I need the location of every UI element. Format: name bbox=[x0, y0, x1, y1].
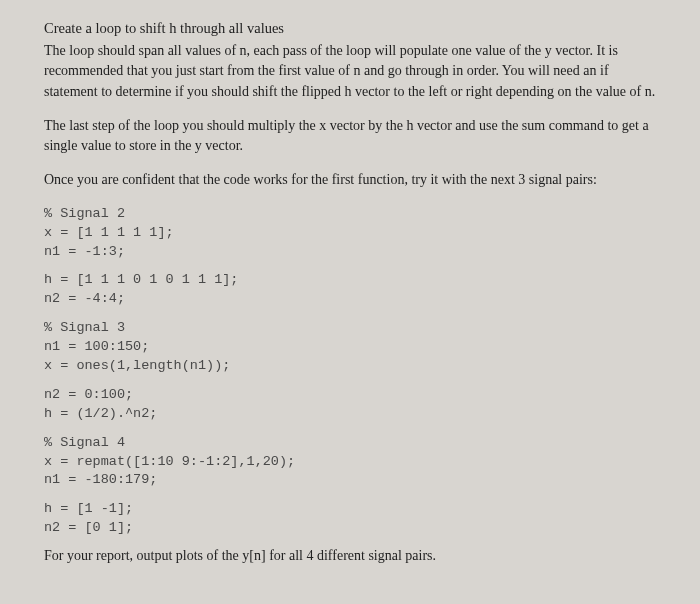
code-signal-3a: % Signal 3 n1 = 100:150; x = ones(1,leng… bbox=[44, 319, 660, 376]
paragraph-instructions-1: The loop should span all values of n, ea… bbox=[44, 41, 660, 102]
section-heading: Create a loop to shift h through all val… bbox=[44, 20, 660, 37]
code-signal-2b: h = [1 1 1 0 1 0 1 1 1]; n2 = -4:4; bbox=[44, 271, 660, 309]
paragraph-instructions-2: The last step of the loop you should mul… bbox=[44, 116, 660, 157]
code-signal-2a: % Signal 2 x = [1 1 1 1 1]; n1 = -1:3; bbox=[44, 205, 660, 262]
code-signal-4a: % Signal 4 x = repmat([1:10 9:-1:2],1,20… bbox=[44, 434, 660, 491]
final-instruction: For your report, output plots of the y[n… bbox=[44, 548, 660, 564]
code-signal-4b: h = [1 -1]; n2 = [0 1]; bbox=[44, 500, 660, 538]
paragraph-instructions-3: Once you are confident that the code wor… bbox=[44, 170, 660, 190]
code-signal-3b: n2 = 0:100; h = (1/2).^n2; bbox=[44, 386, 660, 424]
